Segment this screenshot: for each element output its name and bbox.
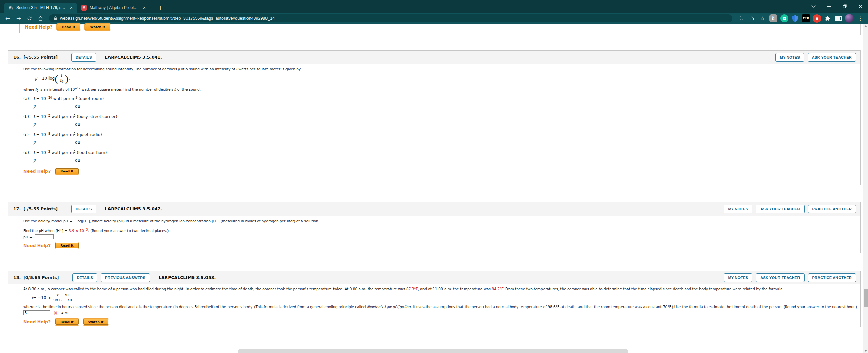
browser-titlebar: Section 3.5 - MTH 176, section 02 × M Ma… (0, 0, 868, 13)
shield-extension-icon[interactable] (790, 14, 800, 23)
back-button[interactable]: ← (3, 14, 13, 23)
text-segment: = 10 (35, 96, 46, 101)
share-icon[interactable] (747, 14, 757, 23)
math-var: β (34, 140, 36, 145)
question-points: [-/5.55 Points] (23, 206, 58, 211)
tab-close-icon[interactable]: × (68, 5, 74, 11)
part-label: (a) (23, 96, 31, 101)
cooling-formula: t = −10 lnT − 7098.6 − 70 (32, 293, 853, 303)
watch-it-button[interactable]: Watch It (85, 24, 111, 30)
my-notes-button[interactable]: MY NOTES (724, 205, 752, 213)
url-bar[interactable]: webassign.net/web/Student/Assignment-Res… (49, 14, 732, 22)
ask-your-teacher-button[interactable]: ASK YOUR TEACHER (756, 205, 804, 213)
bookmark-star-icon[interactable]: ☆ (757, 14, 768, 23)
need-help-label: Need Help? (23, 243, 51, 248)
reload-button[interactable] (24, 14, 35, 23)
scroll-down-button[interactable] (863, 348, 868, 353)
my-notes-button[interactable]: MY NOTES (724, 273, 752, 282)
text-segment: ] = (62, 229, 69, 233)
divider (19, 24, 20, 33)
text-segment: = (38, 122, 41, 127)
text-segment: (loud car horn) (76, 150, 107, 155)
unit-label: dB (75, 140, 80, 145)
tab-search-chevron-icon[interactable] (806, 0, 821, 13)
answer-label: pH = (23, 235, 33, 239)
question-17: 17. [-/5.55 Points] DETAILS LARPCALCLIM5… (8, 202, 861, 253)
my-notes-button[interactable]: MY NOTES (775, 53, 804, 62)
incorrect-x-icon: × (53, 310, 58, 316)
answer-input-17[interactable] (35, 234, 54, 239)
text-segment: (quiet radio) (76, 132, 102, 137)
extensions-puzzle-icon[interactable] (823, 14, 833, 23)
tab-title: Mathway | Algebra Problem Solve (90, 5, 139, 10)
read-it-button[interactable]: Read It (55, 243, 78, 248)
text-segment: where (23, 305, 36, 309)
restore-button[interactable] (837, 0, 852, 13)
details-button[interactable]: DETAILS (72, 273, 97, 282)
text-segment: (busy street corner) (76, 114, 117, 119)
details-button[interactable]: DETAILS (71, 53, 96, 62)
ctr-extension-icon[interactable]: CTR (801, 14, 811, 23)
superscript: −10 (46, 96, 52, 99)
answer-input-16b[interactable] (43, 122, 73, 127)
browser-menu-icon[interactable]: ⋮ (855, 14, 865, 23)
details-button[interactable]: DETAILS (71, 205, 96, 213)
browser-tab-webassign[interactable]: Section 3.5 - MTH 176, section 02 × (4, 3, 77, 13)
part-d: (d)I = 10−3 watt per m2 (loud car horn) … (23, 150, 853, 163)
ask-your-teacher-button[interactable]: ASK YOUR TEACHER (808, 53, 856, 62)
new-tab-button[interactable]: + (154, 4, 166, 12)
part-b: (b)I = 10−5 watt per m2 (busy street cor… (23, 114, 853, 127)
close-window-button[interactable]: × (852, 0, 868, 13)
read-it-button[interactable]: Read It (57, 24, 80, 30)
question-16-intro: Use the following information for determ… (23, 67, 853, 71)
answer-input-16d[interactable] (43, 158, 73, 163)
question-number: 18. (13, 275, 21, 280)
page-scrollbar[interactable] (863, 24, 868, 353)
honey-extension-icon[interactable]: h (768, 14, 778, 23)
scrollbar-thumb[interactable] (864, 289, 868, 307)
minimize-button[interactable] (821, 0, 837, 13)
previous-answers-button[interactable]: PREVIOUS ANSWERS (101, 273, 150, 282)
part-label: (d) (23, 150, 31, 155)
practice-another-button[interactable]: PRACTICE ANOTHER (808, 273, 856, 282)
need-help-label: Need Help? (25, 24, 52, 30)
practice-another-button[interactable]: PRACTICE ANOTHER (808, 205, 856, 213)
superscript: + (60, 228, 62, 231)
question-points: [-/5.55 Points] (23, 55, 58, 60)
profile-avatar[interactable] (844, 14, 854, 23)
need-help-label: Need Help? (23, 319, 51, 324)
webassign-page: Need Help? Read It Watch It 16. [-/5.55 … (0, 24, 868, 353)
ask-your-teacher-button[interactable]: ASK YOUR TEACHER (756, 273, 804, 282)
scroll-up-button[interactable] (863, 24, 868, 29)
forward-button[interactable]: → (14, 14, 24, 23)
read-it-button[interactable]: Read It (55, 319, 78, 325)
superscript: −5 (46, 114, 50, 117)
part-label: (b) (23, 114, 31, 119)
grammarly-extension-icon[interactable]: G (779, 14, 789, 23)
decibel-formula: β = 10 log(II0), (35, 73, 853, 84)
zoom-search-icon[interactable] (736, 14, 746, 23)
math-var: β (34, 122, 36, 127)
hand-blocker-extension-icon[interactable] (812, 14, 822, 23)
math-var: β (34, 104, 36, 109)
read-it-button[interactable]: Read It (55, 168, 78, 174)
sidebar-icon[interactable] (833, 14, 844, 23)
answer-input-16a[interactable] (43, 104, 73, 109)
answer-input-18[interactable] (23, 310, 50, 315)
text-segment: = (38, 158, 41, 163)
text-segment: At 8:30 a.m., a coroner was called to th… (23, 287, 406, 291)
question-18: 18. [0/5.65 Points] DETAILS PREVIOUS ANS… (8, 271, 861, 327)
answer-input-16c[interactable] (43, 140, 73, 145)
tab-close-icon[interactable]: × (142, 5, 147, 11)
home-button[interactable] (35, 14, 45, 23)
text-segment: Find the pH when [H (23, 229, 60, 233)
ph-answer-row: pH = (23, 234, 853, 239)
text-segment: = (38, 140, 41, 145)
text-segment: watt per square meter. Find the number o… (80, 87, 174, 91)
need-help-row: Need Help? Read It (23, 168, 853, 174)
browser-tab-mathway[interactable]: M Mathway | Algebra Problem Solve × (77, 3, 151, 13)
tab-title: Section 3.5 - MTH 176, section 02 (16, 5, 66, 10)
watch-it-button[interactable]: Watch It (83, 319, 109, 325)
part-c: (c)I = 10−8 watt per m2 (quiet radio) β … (23, 132, 853, 145)
question-number: 16. (13, 55, 21, 60)
